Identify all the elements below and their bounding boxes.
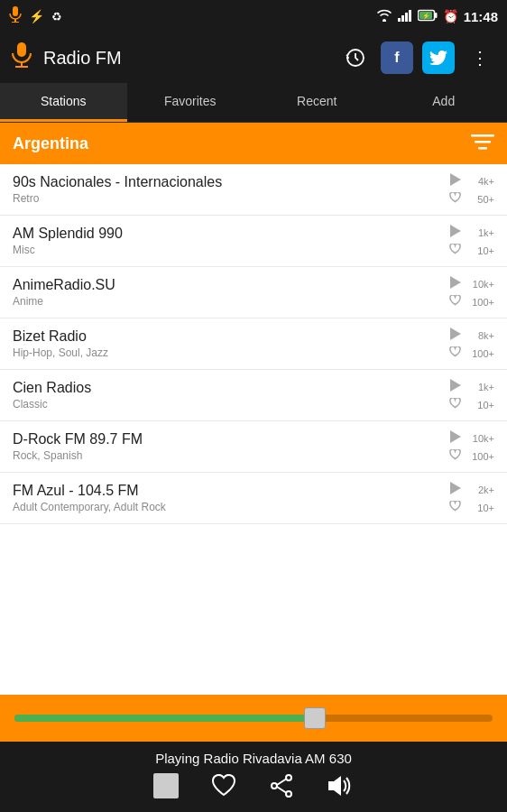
heart-icon [449,244,461,257]
status-bar: ⚡ ♻ ⚡ ⏰ 11:4 [0,0,507,32]
heart-count: 10+ [466,503,494,513]
station-genre: Anime [13,295,449,308]
play-count: 10k+ [466,279,494,290]
svg-rect-5 [405,13,408,22]
heart-icon [449,449,461,463]
volume-fill [14,715,326,722]
play-stat: 2k+ [450,482,494,497]
svg-marker-24 [450,482,461,494]
tab-add[interactable]: Add [381,83,508,122]
filter-icon[interactable] [471,133,494,155]
station-name: AM Splendid 990 [13,226,449,242]
station-info: Bizet Radio Hip-Hop, Soul, Jazz [13,328,449,359]
station-item[interactable]: FM Azul - 104.5 FM Adult Contemporary, A… [0,473,507,524]
station-item[interactable]: D-Rock FM 89.7 FM Rock, Spanish 10k+ 100… [0,421,507,473]
station-genre: Classic [13,398,449,411]
station-list: 90s Nacionales - Internacionales Retro 4… [0,164,507,695]
station-stats: 10k+ 100+ [449,430,494,463]
station-stats: 1k+ 10+ [449,225,494,257]
station-info: Cien Radios Classic [13,380,449,411]
heart-stat: 10+ [449,398,494,411]
volume-button[interactable] [327,774,354,798]
station-genre: Retro [13,192,449,205]
play-count: 1k+ [466,227,494,238]
app-mic-icon [11,42,32,74]
usb-icon: ⚡ [29,9,44,23]
station-item[interactable]: 90s Nacionales - Internacionales Retro 4… [0,164,507,216]
play-icon [450,225,461,240]
station-info: 90s Nacionales - Internacionales Retro [13,174,449,205]
svg-rect-16 [475,141,491,143]
heart-count: 100+ [466,451,494,462]
svg-point-25 [286,775,291,780]
stop-icon [153,773,179,798]
station-item[interactable]: Cien Radios Classic 1k+ 10+ [0,370,507,421]
country-header[interactable]: Argentina [0,123,507,164]
svg-line-29 [277,787,286,793]
svg-rect-3 [398,18,401,22]
status-icons-right: ⚡ ⏰ 11:48 [376,9,498,24]
more-button[interactable]: ⋮ [464,42,496,74]
station-genre: Rock, Spanish [13,449,449,462]
volume-slider[interactable] [14,715,493,722]
app-title: Radio FM [43,48,328,69]
station-item[interactable]: Bizet Radio Hip-Hop, Soul, Jazz 8k+ 100+ [0,318,507,370]
svg-rect-13 [15,66,28,68]
heart-stat: 100+ [449,346,494,360]
station-genre: Misc [13,244,449,256]
station-name: D-Rock FM 89.7 FM [13,431,449,448]
station-item[interactable]: AM Splendid 990 Misc 1k+ 10+ [0,216,507,267]
svg-rect-0 [13,6,18,16]
play-icon [450,173,461,189]
heart-count: 100+ [466,348,494,359]
svg-rect-2 [12,22,19,23]
slider-thumb[interactable] [304,707,326,729]
station-stats: 4k+ 50+ [449,173,494,206]
svg-rect-15 [471,134,494,137]
heart-stat: 100+ [449,449,494,463]
station-genre: Adult Contemporary, Adult Rock [13,501,449,513]
history-button[interactable] [339,42,372,74]
tab-stations[interactable]: Stations [0,83,127,122]
svg-rect-8 [435,13,438,18]
station-stats: 10k+ 100+ [449,276,494,309]
station-stats: 2k+ 10+ [449,482,494,514]
station-stats: 1k+ 10+ [449,379,494,411]
twitter-button[interactable] [422,42,455,74]
play-count: 1k+ [466,382,494,392]
recycle-icon: ♻ [51,10,62,23]
play-count: 10k+ [466,433,494,444]
station-name: AnimeRadio.SU [13,277,449,293]
station-info: AM Splendid 990 Misc [13,226,449,256]
station-name: FM Azul - 104.5 FM [13,483,449,499]
wifi-icon [376,9,392,24]
play-stat: 10k+ [450,276,494,291]
status-time: 11:48 [464,9,498,24]
tab-favorites[interactable]: Favorites [127,83,254,122]
battery-icon: ⚡ [418,9,438,24]
station-item[interactable]: AnimeRadio.SU Anime 10k+ 100+ [0,267,507,318]
svg-rect-4 [401,15,404,22]
heart-count: 50+ [466,194,494,205]
stop-button[interactable] [153,773,179,798]
play-icon [450,328,461,343]
share-button[interactable] [269,774,294,798]
volume-bar[interactable] [0,695,507,742]
heart-icon [449,295,461,309]
play-count: 4k+ [466,176,494,187]
heart-icon [449,398,461,411]
tab-recent[interactable]: Recent [254,83,381,122]
heart-button[interactable] [211,774,236,798]
playback-controls [0,773,507,798]
play-stat: 10k+ [450,430,494,446]
heart-stat: 100+ [449,295,494,309]
header-actions: f ⋮ [339,42,496,74]
svg-marker-23 [450,430,461,443]
heart-count: 10+ [466,400,494,411]
facebook-button[interactable]: f [381,42,413,74]
station-name: Cien Radios [13,380,449,396]
now-playing-title: Playing Radio Rivadavia AM 630 [0,742,507,773]
svg-point-26 [286,791,291,797]
mic-status-icon [9,6,22,26]
play-stat: 8k+ [450,328,494,343]
